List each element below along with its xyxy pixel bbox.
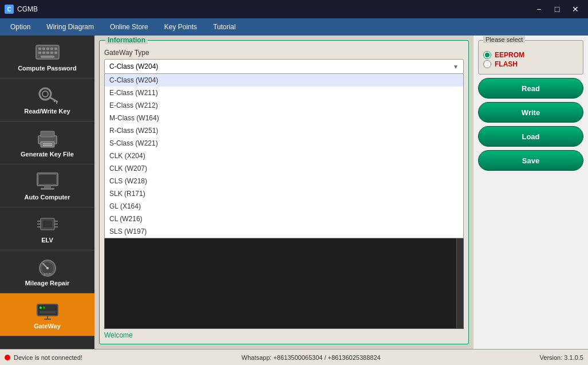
- menu-key-points[interactable]: Key Points: [156, 21, 205, 33]
- minimize-button[interactable]: −: [531, 3, 547, 15]
- info-panel: Information GateWay Type C-Class (W204) …: [99, 40, 469, 344]
- status-indicator: [5, 355, 10, 360]
- dropdown-option[interactable]: M-Class (W164): [105, 112, 463, 124]
- mileage-repair-label: Mileage Repair: [25, 280, 70, 286]
- svg-rect-8: [46, 52, 49, 54]
- svg-rect-39: [37, 304, 58, 316]
- menu-bar: Option Wiring Diagram Online Store Key P…: [0, 18, 588, 36]
- svg-rect-2: [42, 48, 45, 50]
- eeprom-radio[interactable]: [483, 51, 491, 59]
- dropdown-option[interactable]: C-Class (W204): [105, 74, 463, 87]
- title-bar: C CGMB − □ ✕: [0, 0, 588, 18]
- gateway-icon: [34, 300, 61, 320]
- menu-online-store[interactable]: Online Store: [102, 21, 156, 33]
- dropdown-option[interactable]: SLK (R171): [105, 187, 463, 200]
- sidebar: Compute Password Read/Write Key: [0, 36, 94, 349]
- info-panel-title: Information: [105, 36, 148, 44]
- right-panel: Please select EEPROM FLASH Read Write Lo…: [473, 36, 588, 349]
- svg-point-37: [46, 267, 49, 269]
- menu-option[interactable]: Option: [2, 21, 38, 33]
- menu-tutorial[interactable]: Tutorial: [205, 21, 244, 33]
- auto-computer-label: Auto Computer: [24, 194, 70, 201]
- svg-rect-42: [40, 311, 56, 313]
- sidebar-item-compute-password[interactable]: Compute Password: [0, 36, 94, 79]
- sidebar-item-elv[interactable]: ELV: [0, 207, 94, 250]
- dropdown-option[interactable]: E-Class (W212): [105, 99, 463, 112]
- svg-rect-9: [50, 52, 53, 54]
- app-icon: C: [5, 5, 14, 14]
- load-button[interactable]: Load: [478, 126, 583, 147]
- svg-rect-11: [41, 56, 54, 58]
- contact-info: Whatsapp: +8613500065304 / +861360253888…: [242, 354, 381, 361]
- svg-rect-4: [50, 48, 53, 50]
- dropdown-option[interactable]: CLK (X204): [105, 150, 463, 162]
- eeprom-label: EEPROM: [495, 51, 524, 59]
- dropdown-option[interactable]: R-Class (W251): [105, 124, 463, 137]
- svg-point-12: [40, 88, 51, 100]
- sidebar-item-generate-key-file[interactable]: Generate Key File: [0, 121, 94, 164]
- elv-label: ELV: [41, 237, 53, 244]
- svg-text:km/h: km/h: [44, 272, 51, 276]
- dropdown-option[interactable]: E-Class (W211): [105, 87, 463, 99]
- app-title: CGMB: [17, 5, 38, 13]
- svg-rect-7: [42, 52, 45, 54]
- svg-rect-24: [44, 186, 51, 188]
- main-layout: Compute Password Read/Write Key: [0, 36, 588, 349]
- please-select-box: Please select EEPROM FLASH: [478, 40, 583, 74]
- gateway-type-label: GateWay Type: [104, 49, 464, 57]
- svg-rect-6: [38, 52, 41, 54]
- computer-icon: [34, 171, 61, 191]
- dropdown-arrow-icon: ▼: [453, 64, 459, 70]
- svg-point-41: [43, 307, 45, 309]
- svg-rect-3: [46, 48, 49, 50]
- dropdown-option[interactable]: GL (X164): [105, 200, 463, 213]
- welcome-text: Welcome: [104, 331, 464, 339]
- svg-point-13: [42, 91, 48, 97]
- flash-radio[interactable]: [483, 60, 491, 68]
- eeprom-radio-row: EEPROM: [483, 51, 578, 59]
- printer-icon: [34, 128, 61, 148]
- maximize-button[interactable]: □: [549, 3, 565, 15]
- dropdown-option[interactable]: CLS (W218): [105, 175, 463, 187]
- svg-rect-23: [39, 175, 56, 184]
- sidebar-item-gateway[interactable]: GateWay: [0, 293, 94, 336]
- save-button[interactable]: Save: [478, 150, 583, 171]
- flash-radio-row: FLASH: [483, 60, 578, 68]
- menu-wiring-diagram[interactable]: Wiring Diagram: [38, 21, 102, 33]
- svg-rect-21: [43, 145, 52, 146]
- content-area: Information GateWay Type C-Class (W204) …: [94, 36, 473, 349]
- selected-text: C-Class (W204): [109, 62, 158, 70]
- svg-point-40: [40, 307, 42, 309]
- svg-rect-5: [54, 48, 57, 50]
- dropdown-option[interactable]: CLK (W207): [105, 162, 463, 175]
- flash-label: FLASH: [495, 60, 518, 68]
- window-controls: − □ ✕: [531, 3, 583, 15]
- please-select-title: Please select: [483, 36, 525, 43]
- dropdown-option[interactable]: CL (W216): [105, 213, 463, 225]
- device-status: Device is not connected!: [14, 354, 82, 361]
- sidebar-item-read-write-key[interactable]: Read/Write Key: [0, 79, 94, 121]
- chip-icon: [34, 214, 61, 234]
- dropdown-option[interactable]: S-Class (W221): [105, 137, 463, 150]
- read-button[interactable]: Read: [478, 78, 583, 99]
- write-button[interactable]: Write: [478, 102, 583, 123]
- svg-rect-25: [41, 188, 54, 190]
- status-bar: Device is not connected! Whatsapp: +8613…: [0, 349, 588, 365]
- sidebar-item-mileage-repair[interactable]: km/h Mileage Repair: [0, 250, 94, 293]
- dropdown-selected-value[interactable]: C-Class (W204) ▼: [104, 59, 464, 74]
- svg-rect-20: [43, 143, 52, 144]
- svg-rect-44: [44, 319, 51, 320]
- key-icon: [34, 85, 61, 105]
- compute-password-label: Compute Password: [18, 65, 77, 72]
- svg-rect-18: [41, 131, 54, 137]
- read-write-key-label: Read/Write Key: [24, 108, 70, 115]
- keyboard-icon: [34, 42, 61, 62]
- sidebar-item-auto-computer[interactable]: Auto Computer: [0, 164, 94, 207]
- close-button[interactable]: ✕: [567, 3, 583, 15]
- gauge-icon: km/h: [34, 257, 61, 277]
- svg-rect-27: [43, 221, 52, 227]
- generate-key-file-label: Generate Key File: [21, 151, 74, 158]
- gateway-type-dropdown[interactable]: C-Class (W204) ▼ C-Class (W204)E-Class (…: [104, 59, 464, 74]
- gateway-label: GateWay: [34, 323, 61, 329]
- dropdown-option[interactable]: SLS (W197): [105, 225, 463, 238]
